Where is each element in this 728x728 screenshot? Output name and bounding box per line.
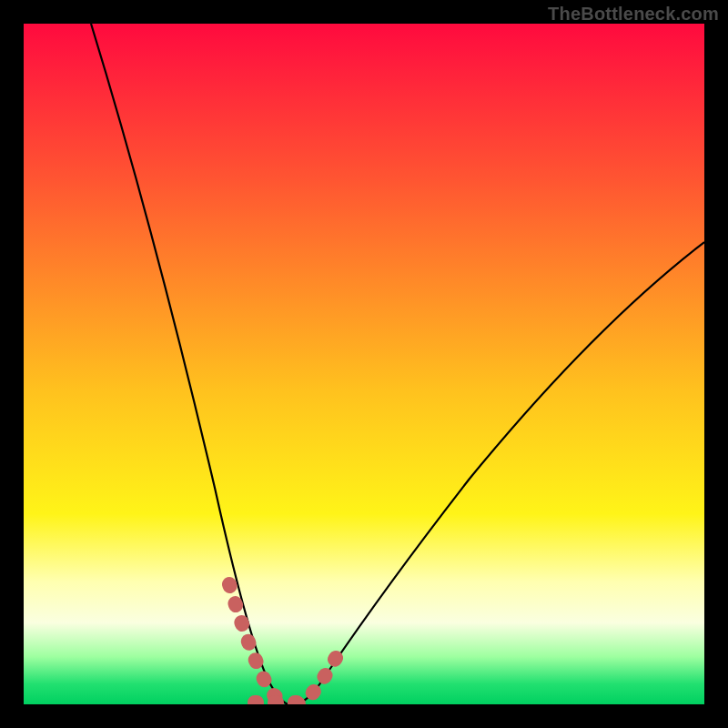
overlay-left-red [229, 584, 288, 704]
curve-layer [24, 24, 704, 704]
watermark-text: TheBottleneck.com [548, 4, 719, 25]
left-curve [91, 24, 288, 704]
chart-frame: TheBottleneck.com [0, 0, 728, 728]
overlay-right-red [297, 644, 344, 704]
plot-area [24, 24, 704, 704]
right-curve [297, 242, 704, 704]
